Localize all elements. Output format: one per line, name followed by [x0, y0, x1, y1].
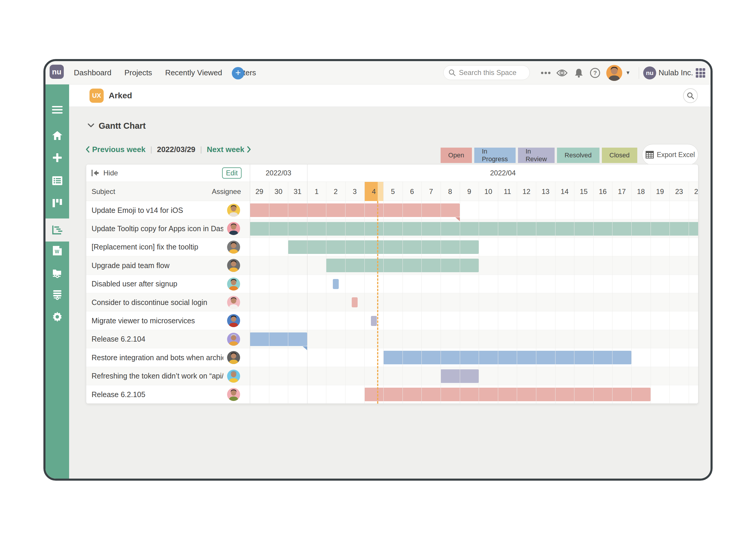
task-row[interactable]: Release 6.2.104 [86, 330, 250, 348]
left-panel-column-headers: Subject Assignee [86, 182, 250, 201]
task-subject[interactable]: [Replacement icon] fix the tooltip [91, 238, 223, 256]
content-area: Gantt Chart Previous week | 2022/03/29 |… [69, 107, 710, 478]
assignee-avatar[interactable] [227, 241, 240, 254]
project-title: Arked [109, 84, 132, 107]
legend-chip-open[interactable]: Open [441, 148, 472, 163]
gantt-bar-in_progress[interactable] [250, 333, 307, 346]
sidebar-item-gantt[interactable] [46, 218, 69, 241]
project-badge[interactable]: UX [89, 88, 104, 103]
export-excel-button[interactable]: Export Excel [642, 144, 698, 165]
task-row[interactable]: Upgrade paid team flow [86, 256, 250, 275]
edit-button[interactable]: Edit [222, 167, 241, 179]
next-week-link[interactable]: Next week [207, 145, 251, 154]
sidebar-item-repository[interactable] [46, 286, 69, 304]
task-subject[interactable]: Consider to discontinue social login [91, 293, 223, 312]
sidebar: W [46, 84, 69, 478]
assignee-avatar[interactable] [227, 370, 240, 383]
plus-icon [52, 153, 62, 163]
gantt-bar-in_progress[interactable] [383, 351, 631, 364]
gantt-chart-card: Hide Edit Subject Assignee Update Emoji … [86, 164, 698, 404]
assignee-avatar[interactable] [227, 351, 240, 364]
nulab-app-logo[interactable]: nu [50, 65, 64, 79]
task-subject[interactable]: Update Emoji to v14 for iOS [91, 201, 223, 219]
assignee-avatar[interactable] [227, 388, 240, 401]
legend-chip-in-progress[interactable]: In Progress [474, 148, 516, 163]
assignee-avatar[interactable] [227, 296, 240, 309]
assignee-avatar[interactable] [227, 222, 240, 235]
separator: | [150, 145, 152, 154]
more-options-button[interactable] [539, 61, 552, 84]
subject-column-header: Subject [91, 182, 115, 202]
legend-chip-resolved[interactable]: Resolved [557, 148, 599, 163]
watch-eye-button[interactable] [555, 61, 569, 84]
task-row[interactable]: Update Tooltip copy for Apps icon in Das… [86, 219, 250, 238]
settings-icon [52, 312, 63, 322]
assignee-avatar[interactable] [227, 333, 240, 346]
sidebar-item-issues-list[interactable] [46, 172, 69, 190]
task-subject[interactable]: Update Tooltip copy for Apps icon in Das… [91, 219, 223, 238]
assignee-avatar[interactable] [227, 204, 240, 217]
nav-link-projects[interactable]: Projects [124, 68, 152, 77]
gantt-bar-in_progress[interactable] [333, 279, 339, 289]
sidebar-item-wiki[interactable]: W [46, 242, 69, 259]
nulab-org-logo[interactable]: nu [643, 67, 656, 79]
task-subject[interactable]: Disabled user after signup [91, 275, 223, 293]
task-row[interactable]: Update Emoji to v14 for iOS [86, 201, 250, 219]
sidebar-item-board[interactable] [46, 194, 69, 212]
assignee-avatar[interactable] [227, 314, 240, 327]
nav-link-recently-viewed[interactable]: Recently Viewed [165, 68, 222, 77]
gantt-bar-open[interactable] [365, 388, 651, 401]
previous-week-link[interactable]: Previous week [85, 145, 146, 154]
task-row[interactable]: Disabled user after signup [86, 275, 250, 293]
grid-line [402, 182, 403, 404]
issues-list-icon [52, 176, 63, 186]
gantt-bar-open[interactable] [352, 297, 358, 307]
date-header-16: 16 [593, 182, 612, 202]
page-title: Gantt Chart [99, 121, 146, 131]
user-avatar[interactable] [606, 65, 622, 81]
task-row[interactable]: Migrate viewer to microservices [86, 312, 250, 330]
sidebar-item-settings[interactable] [46, 308, 69, 326]
task-subject[interactable]: Release 6.2.105 [91, 385, 223, 404]
svg-text:W: W [55, 249, 59, 254]
task-row[interactable]: Restore integration and bots when archie… [86, 348, 250, 367]
left-panel-toolbar: Hide Edit [86, 165, 250, 182]
date-header-6: 6 [402, 182, 422, 202]
legend-chip-in-review[interactable]: In Review [518, 148, 554, 163]
sidebar-item-plus[interactable] [46, 149, 69, 167]
nav-link-dashboard[interactable]: Dashboard [74, 68, 111, 77]
task-row[interactable]: Refreshing the token didn’t work on “api… [86, 367, 250, 385]
sidebar-item-hamburger[interactable] [46, 101, 69, 119]
task-subject[interactable]: Release 6.2.104 [91, 330, 223, 348]
gantt-bar-open[interactable] [250, 203, 460, 217]
notifications-bell-button[interactable] [572, 61, 585, 84]
task-subject[interactable]: Upgrade paid team flow [91, 256, 223, 275]
task-row[interactable]: Consider to discontinue social login [86, 293, 250, 312]
project-search-button[interactable] [683, 88, 698, 103]
grid-line [498, 182, 498, 404]
current-week-date: 2022/03/29 [157, 145, 195, 154]
space-search-input[interactable]: Search this Space [443, 65, 530, 80]
assignee-avatar[interactable] [227, 278, 240, 291]
task-subject[interactable]: Restore integration and bots when archie… [91, 348, 223, 367]
date-header-3: 3 [345, 182, 365, 202]
chevron-down-icon[interactable] [87, 123, 94, 129]
legend-chip-closed[interactable]: Closed [602, 148, 637, 163]
apps-grid-icon[interactable] [696, 68, 705, 78]
task-row[interactable]: Release 6.2.105 [86, 385, 250, 404]
sidebar-item-shared-files[interactable] [46, 265, 69, 282]
sidebar-item-home[interactable] [46, 127, 69, 144]
add-button[interactable]: + [232, 67, 244, 79]
assignee-column-header: Assignee [212, 182, 241, 202]
task-subject[interactable]: Migrate viewer to microservices [91, 312, 223, 330]
task-row[interactable]: [Replacement icon] fix the tooltip [86, 238, 250, 256]
app-window: nu DashboardProjectsRecently ViewedFilte… [44, 59, 712, 481]
org-name[interactable]: Nulab Inc. [659, 61, 693, 84]
hide-panel-button[interactable]: Hide [91, 169, 118, 177]
task-subject[interactable]: Refreshing the token didn’t work on “api… [91, 367, 223, 385]
gantt-bar-in_review[interactable] [371, 316, 377, 326]
assignee-avatar[interactable] [227, 259, 240, 272]
user-menu-caret-icon[interactable]: ▼ [626, 61, 631, 84]
help-button[interactable]: ? [588, 61, 602, 84]
date-header-24: 24 [689, 182, 698, 202]
